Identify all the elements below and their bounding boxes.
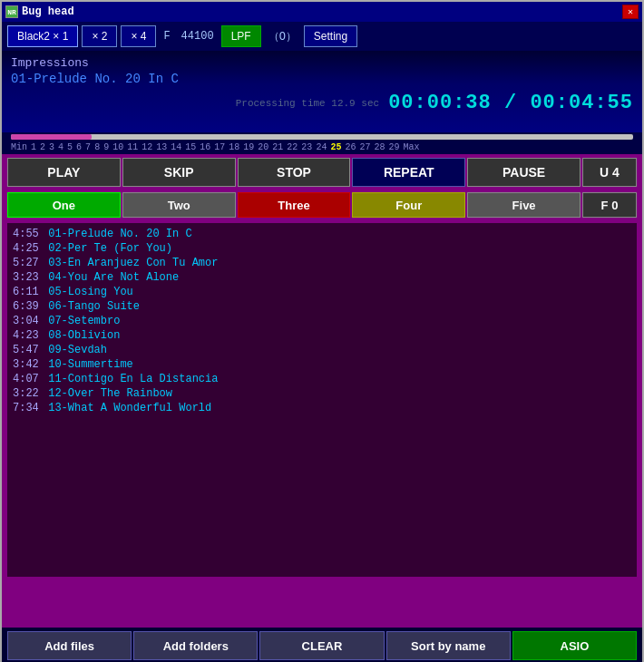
track-name: 11-Contigo En La Distancia xyxy=(48,373,218,385)
timeline-label: 22 xyxy=(285,142,299,152)
track-time: 3:04 xyxy=(13,315,42,327)
window-title: Bug head xyxy=(22,5,74,18)
four-button[interactable]: Four xyxy=(352,192,465,218)
track-time: 4:25 xyxy=(13,242,42,255)
timeline-label: 15 xyxy=(183,142,198,152)
app-icon: NR xyxy=(5,5,18,18)
track-time: 5:27 xyxy=(13,257,42,269)
add-files-button[interactable]: Add files xyxy=(7,631,132,660)
track-name: 13-What A Wonderful World xyxy=(48,402,211,414)
lpf-button[interactable]: LPF xyxy=(221,25,261,47)
track-time: 3:23 xyxy=(13,271,42,284)
track-time: 6:39 xyxy=(13,300,42,313)
track-time: 5:47 xyxy=(13,344,42,356)
pause-button[interactable]: PAUSE xyxy=(467,158,581,187)
track-time: 7:34 xyxy=(13,402,42,414)
timeline-label: 26 xyxy=(343,142,357,152)
timeline-label: 1 xyxy=(29,142,38,152)
track-item[interactable]: 4:25 02-Per Te (For You) xyxy=(13,241,631,256)
track-item[interactable]: 7:34 13-What A Wonderful World xyxy=(13,401,631,415)
track-item[interactable]: 3:23 04-You Are Not Alone xyxy=(13,270,631,285)
time-row: Processing time 12.9 sec 00:00:38 / 00:0… xyxy=(11,92,633,114)
sort-button[interactable]: Sort by name xyxy=(386,631,511,660)
black2-button[interactable]: Black2 × 1 xyxy=(7,25,78,47)
close-button[interactable]: ✕ xyxy=(622,5,639,19)
paren-label: （O） xyxy=(265,29,300,44)
timeline-label: 4 xyxy=(56,142,65,152)
skip-button[interactable]: SKIP xyxy=(122,158,236,187)
timeline-label: 16 xyxy=(198,142,212,152)
timeline-label: 24 xyxy=(314,142,328,152)
clear-button[interactable]: CLEAR xyxy=(259,631,384,660)
timeline-label: 10 xyxy=(111,142,125,152)
two-button[interactable]: Two xyxy=(122,192,236,218)
one-button[interactable]: One xyxy=(7,192,121,218)
f-label: F xyxy=(160,30,173,43)
timeline-label: 13 xyxy=(154,142,169,152)
timeline: Min1234567891011121314151617181920212223… xyxy=(2,141,642,154)
track-time: 3:42 xyxy=(13,358,42,371)
track-name: 12-Over The Rainbow xyxy=(48,387,172,400)
track-name: 10-Summertime xyxy=(48,358,133,371)
timeline-label: Max xyxy=(401,142,421,152)
repeat-button[interactable]: REPEAT xyxy=(352,158,465,187)
time-separator: / xyxy=(492,92,531,114)
timeline-label: 23 xyxy=(299,142,314,152)
track-item[interactable]: 4:55 01-Prelude No. 20 In C xyxy=(13,227,631,241)
timeline-label: 5 xyxy=(65,142,74,152)
add-folders-button[interactable]: Add folders xyxy=(133,631,258,660)
track-item[interactable]: 4:07 11-Contigo En La Distancia xyxy=(13,372,631,386)
rate-label: 44100 xyxy=(178,30,218,43)
toolbar: Black2 × 1 × 2 × 4 F 44100 LPF （O） Setti… xyxy=(2,22,642,51)
track-list: 4:55 01-Prelude No. 20 In C4:25 02-Per T… xyxy=(7,223,637,577)
u4-button[interactable]: U 4 xyxy=(582,158,637,187)
timeline-label: 29 xyxy=(386,142,401,152)
track-name: 06-Tango Suite xyxy=(48,300,140,313)
play-button[interactable]: PLAY xyxy=(7,158,121,187)
info-panel: Impressions 01-Prelude No. 20 In C Proce… xyxy=(2,51,642,132)
asio-button[interactable]: ASIO xyxy=(512,631,637,660)
track-item[interactable]: 5:27 03-En Aranjuez Con Tu Amor xyxy=(13,256,631,270)
timeline-label: 20 xyxy=(256,142,270,152)
album-title: Impressions xyxy=(11,56,633,70)
main-content: Black2 × 1 × 2 × 4 F 44100 LPF （O） Setti… xyxy=(2,22,642,662)
title-bar: NR Bug head ✕ xyxy=(2,2,642,22)
track-item[interactable]: 3:42 10-Summertime xyxy=(13,357,631,372)
x2-button[interactable]: × 2 xyxy=(82,25,117,47)
labels-row: One Two Three Four Five F 0 xyxy=(2,190,642,221)
timeline-label: 17 xyxy=(212,142,227,152)
track-item[interactable]: 3:22 12-Over The Rainbow xyxy=(13,386,631,401)
track-time: 4:23 xyxy=(13,329,42,342)
total-time-value: 00:04:55 xyxy=(530,92,633,114)
track-time: 3:22 xyxy=(13,387,42,400)
track-name: 09-Sevdah xyxy=(48,344,107,356)
setting-button[interactable]: Setting xyxy=(304,25,357,47)
timeline-label: 27 xyxy=(357,142,372,152)
track-item[interactable]: 5:47 09-Sevdah xyxy=(13,343,631,357)
track-item[interactable]: 6:11 05-Losing You xyxy=(13,285,631,299)
timeline-label: 25 xyxy=(328,142,343,152)
processing-label: Processing time 12.9 sec xyxy=(236,98,379,109)
f0-button[interactable]: F 0 xyxy=(582,192,637,218)
timeline-label: 19 xyxy=(241,142,256,152)
timeline-label: Min xyxy=(9,142,29,152)
three-button[interactable]: Three xyxy=(238,192,351,218)
title-bar-left: NR Bug head xyxy=(5,5,74,18)
five-button[interactable]: Five xyxy=(467,192,581,218)
track-time: 6:11 xyxy=(13,286,42,298)
progress-fill xyxy=(11,134,92,140)
progress-bar[interactable] xyxy=(11,134,633,140)
timeline-label: 28 xyxy=(372,142,386,152)
timeline-label: 21 xyxy=(270,142,285,152)
x4-button[interactable]: × 4 xyxy=(121,25,156,47)
track-item[interactable]: 6:39 06-Tango Suite xyxy=(13,299,631,314)
progress-container[interactable] xyxy=(2,132,642,141)
timeline-label: 8 xyxy=(93,142,102,152)
timeline-label: 2 xyxy=(38,142,47,152)
stop-button[interactable]: STOP xyxy=(238,158,351,187)
main-window: NR Bug head ✕ Black2 × 1 × 2 × 4 F 44100… xyxy=(0,0,644,662)
track-item[interactable]: 4:23 08-Oblivion xyxy=(13,328,631,343)
track-name: 02-Per Te (For You) xyxy=(48,242,172,255)
track-item[interactable]: 3:04 07-Setembro xyxy=(13,314,631,328)
track-time: 4:07 xyxy=(13,373,42,385)
